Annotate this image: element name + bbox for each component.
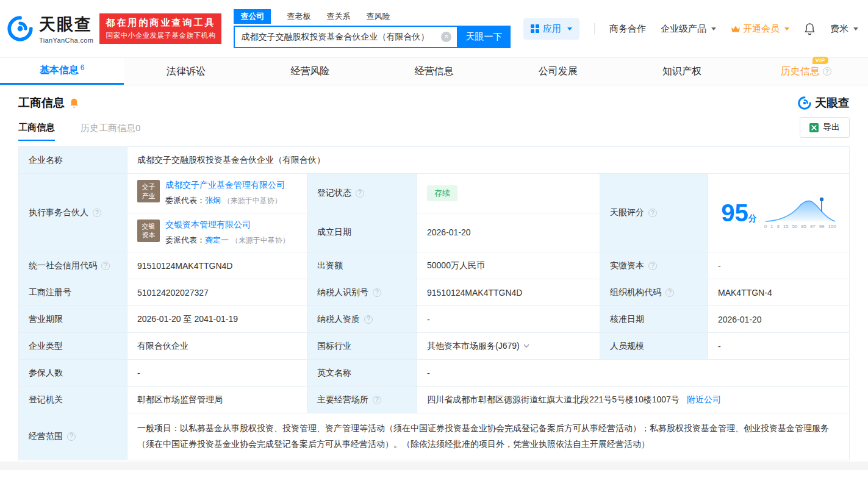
search-tab-boss[interactable]: 查老板	[287, 11, 310, 22]
tab-intellectual-property[interactable]: 知识产权	[620, 58, 744, 85]
partner-logo-line2: 产业	[142, 191, 156, 200]
value-text: 2026-01-20	[718, 315, 762, 324]
search-bar: × 天眼一下	[234, 26, 511, 48]
value-text: 91510124MAK4TTGN4D	[427, 288, 522, 298]
label-text: 登记机关	[29, 394, 63, 405]
value-reg-number: 510124202027327	[127, 279, 307, 306]
search-button[interactable]: 天眼一下	[457, 26, 511, 48]
page: 天眼查 TianYanCha.com 都在用的商业查询工具 国家中小企业发展子基…	[0, 0, 868, 489]
subtab-business-info[interactable]: 工商信息	[18, 115, 55, 141]
label-text: 登记状态	[317, 188, 351, 199]
help-icon[interactable]	[67, 432, 76, 441]
label-org-code: 组织机构代码	[600, 279, 708, 306]
value-industry: 其他资本市场服务(J679)	[417, 333, 600, 360]
search-tab-company[interactable]: 查公司	[234, 9, 271, 24]
tianyancha-logo[interactable]: 天眼查 TianYanCha.com	[6, 13, 93, 44]
vip-label: 开通会员	[743, 23, 780, 35]
value-text: 2026-01-20 至 2041-01-19	[137, 314, 238, 325]
nav-open-vip[interactable]: 开通会员	[731, 23, 789, 35]
apps-menu-button[interactable]: 应用	[523, 18, 579, 40]
label-text: 核准日期	[610, 314, 644, 325]
scope-text: 一般项目：以私募基金从事股权投资、投资管理、资产管理等活动（须在中国证券投资基金…	[137, 423, 829, 449]
help-icon[interactable]	[373, 396, 381, 404]
partner-logo-line1: 交银	[142, 222, 156, 230]
rep-name-link[interactable]: 张炯	[205, 196, 221, 205]
chevron-down-icon[interactable]	[523, 344, 529, 348]
help-icon[interactable]	[101, 262, 110, 270]
label-text: 实缴资本	[610, 260, 644, 271]
score-axis-ticks: 0131550859799100	[764, 224, 836, 229]
search-input[interactable]	[234, 26, 457, 48]
label-establish-date: 成立日期	[307, 213, 417, 253]
section-title-text: 工商信息	[18, 95, 65, 111]
search-tabs: 查公司 查老板 查关系 查风险	[234, 9, 511, 24]
rep-prefix: 委派代表：	[165, 196, 205, 205]
partner-name-link[interactable]: 成都交子产业基金管理有限公司	[165, 180, 285, 190]
rep-prefix: 委派代表：	[165, 235, 205, 245]
help-icon[interactable]	[648, 209, 657, 217]
tab-risk-label: 经营风险	[290, 65, 329, 78]
search-area: 查公司 查老板 查关系 查风险 × 天眼一下	[234, 9, 511, 48]
rep-source-note: （来源于中基协）	[231, 236, 290, 245]
value-tianyan-score: 95分 0131550859799100	[708, 174, 850, 252]
logo-brand: 天眼查	[39, 13, 93, 35]
partner-1: 交银 资本 交银资本管理有限公司 委派代表：龚定一 （来源于中基协）	[137, 220, 290, 246]
label-tax-qualification: 纳税人资质	[307, 306, 417, 333]
export-button[interactable]: 导出	[800, 117, 850, 138]
tab-basic-info[interactable]: 基本信息 6	[0, 58, 124, 85]
rep-source-note: （来源于中基协）	[223, 196, 282, 205]
label-text: 人员规模	[610, 341, 644, 352]
value-registry: 郫都区市场监督管理局	[127, 387, 307, 413]
tianyancha-swirl-icon	[797, 96, 812, 110]
business-info-table: 企业名称 成都交子交融股权投资基金合伙企业（有限合伙） 执行事务合伙人 交子 产…	[18, 146, 850, 460]
label-insured-count: 参保人数	[19, 360, 127, 387]
help-icon[interactable]	[356, 189, 364, 198]
tab-operating-risk[interactable]: 经营风险	[248, 58, 372, 85]
value-company-type: 有限合伙企业	[127, 333, 307, 360]
help-icon[interactable]	[373, 288, 381, 297]
nav-business-cooperation[interactable]: 商务合作	[609, 23, 646, 35]
promo-banner: 都在用的商业查询工具 国家中小企业发展子基金旗下机构	[99, 13, 221, 44]
tab-history-info[interactable]: 历史信息 VIP	[744, 58, 868, 85]
tianyancha-swirl-icon	[6, 15, 34, 43]
nav-enterprise-products[interactable]: 企业级产品	[661, 23, 716, 35]
value-text: 郫都区市场监督管理局	[137, 394, 223, 405]
label-text: 组织机构代码	[610, 287, 661, 298]
help-icon[interactable]	[364, 315, 373, 324]
partner-0: 交子 产业 成都交子产业基金管理有限公司 委派代表：张炯 （来源于中基协）	[137, 180, 285, 207]
label-text: 国标行业	[317, 341, 351, 352]
score-distribution-chart: 0131550859799100	[764, 196, 836, 229]
label-registration-status: 登记状态	[307, 174, 417, 213]
label-english-name: 英文名称	[307, 360, 417, 387]
label-approval-date: 核准日期	[600, 306, 708, 333]
label-text: 出资额	[317, 260, 343, 271]
tab-basic-label: 基本信息	[40, 64, 79, 77]
subscribe-bell-icon[interactable]	[69, 98, 79, 109]
info-icon[interactable]	[823, 67, 831, 76]
bell-icon	[804, 23, 816, 35]
subtab-history-business-info[interactable]: 历史工商信息0	[81, 115, 140, 140]
help-icon[interactable]	[648, 262, 657, 270]
nav-user-menu[interactable]: 费米	[830, 23, 858, 35]
rep-name-link[interactable]: 龚定一	[205, 235, 229, 245]
tab-operating-info[interactable]: 经营信息	[372, 58, 496, 85]
help-icon[interactable]	[665, 288, 674, 297]
label-text: 成立日期	[317, 227, 351, 238]
tab-legal-proceedings[interactable]: 法律诉讼	[124, 58, 248, 85]
nearby-companies-link[interactable]: 附近公司	[687, 394, 721, 405]
subtab-row: 工商信息 历史工商信息0 导出	[0, 113, 868, 141]
value-text: -	[137, 368, 140, 378]
score-number: 95	[721, 199, 748, 226]
label-staff-size: 人员规模	[600, 333, 708, 360]
partner-name-link[interactable]: 交银资本管理有限公司	[165, 220, 251, 229]
help-icon[interactable]	[93, 209, 101, 217]
value-text: 其他资本市场服务(J679)	[427, 341, 520, 352]
search-tab-risk[interactable]: 查风险	[366, 11, 390, 22]
tab-company-development[interactable]: 公司发展	[496, 58, 620, 85]
partner-item: 交银 资本 交银资本管理有限公司 委派代表：龚定一 （来源于中基协）	[127, 213, 307, 253]
search-tab-relation[interactable]: 查关系	[326, 11, 350, 22]
label-tax-id: 纳税人识别号	[307, 279, 417, 306]
notification-bell-button[interactable]	[804, 23, 816, 35]
page-bottom-strip	[0, 462, 868, 470]
logo-domain: TianYanCha.com	[39, 37, 93, 44]
